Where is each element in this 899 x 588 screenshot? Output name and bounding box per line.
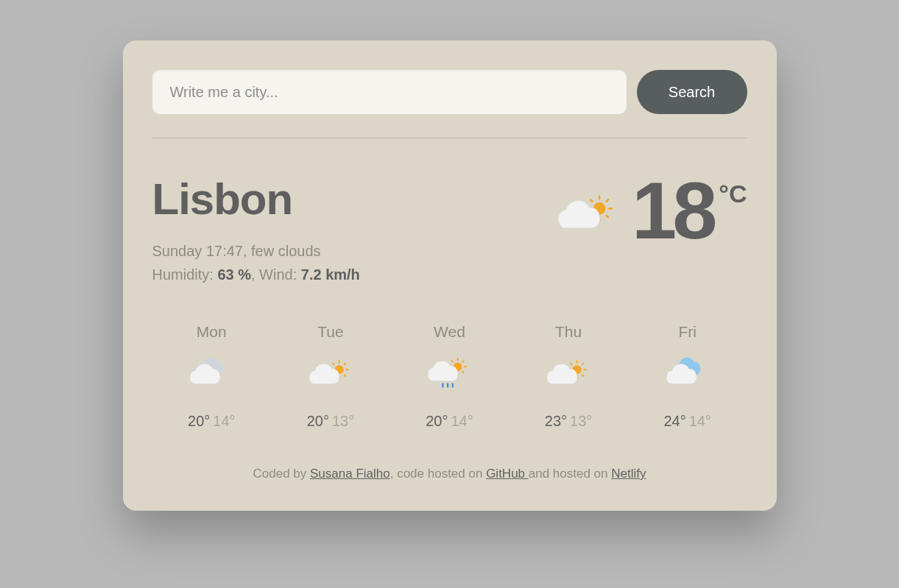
datetime-description: Sunday 17:47, few clouds <box>152 239 558 263</box>
partly-cloudy-icon <box>547 354 590 397</box>
forecast-hi: 20° <box>426 413 448 429</box>
city-search-input[interactable] <box>152 70 627 114</box>
partly-cloudy-icon <box>309 354 352 397</box>
current-right: 18 °C <box>558 174 747 247</box>
forecast-row: Mon 20°14° Tue 20°13° Wed 20°14° Thu 23°… <box>152 323 747 430</box>
cloudy-icon <box>190 354 233 397</box>
footer-text: Coded by <box>253 467 311 481</box>
forecast-day-name: Wed <box>390 323 510 341</box>
footer: Coded by Susana Fialho, code hosted on G… <box>152 467 747 481</box>
current-weather-icon <box>558 187 617 246</box>
cloudy-blue-icon <box>666 354 709 397</box>
humidity-value: 63 % <box>217 266 251 283</box>
forecast-lo: 14° <box>451 413 473 429</box>
footer-text: and hosted on <box>529 467 611 481</box>
forecast-day-name: Tue <box>271 323 390 341</box>
forecast-day-name: Thu <box>509 323 628 341</box>
forecast-hi: 24° <box>663 413 685 429</box>
forecast-lo: 14° <box>689 413 711 429</box>
current-temperature: 18 <box>632 174 713 247</box>
forecast-lo: 13° <box>332 413 354 429</box>
forecast-day: Fri 24°14° <box>628 323 747 430</box>
city-name: Lisbon <box>152 174 558 224</box>
forecast-day: Tue 20°13° <box>271 323 390 430</box>
github-link[interactable]: GitHub <box>486 467 529 481</box>
forecast-temps: 23°13° <box>509 413 628 430</box>
temperature-unit: °C <box>719 180 747 208</box>
forecast-day: Mon 20°14° <box>152 323 272 430</box>
rain-sun-icon <box>428 354 470 397</box>
current-left: Lisbon Sunday 17:47, few clouds Humidity… <box>152 174 558 286</box>
author-link[interactable]: Susana Fialho <box>310 467 390 481</box>
search-button[interactable]: Search <box>637 70 747 114</box>
search-row: Search <box>152 70 747 138</box>
current-weather: Lisbon Sunday 17:47, few clouds Humidity… <box>152 174 747 286</box>
weather-card: Search Lisbon Sunday 17:47, few clouds H… <box>123 40 777 511</box>
forecast-lo: 13° <box>570 413 592 429</box>
forecast-temps: 20°14° <box>390 413 510 430</box>
forecast-day-name: Mon <box>152 323 272 341</box>
temperature-wrap: 18 °C <box>632 174 747 247</box>
forecast-hi: 20° <box>307 413 329 429</box>
humidity-label: Humidity: <box>152 266 218 283</box>
forecast-lo: 14° <box>213 413 235 429</box>
forecast-hi: 20° <box>188 413 210 429</box>
forecast-day: Thu 23°13° <box>509 323 628 430</box>
forecast-day-name: Fri <box>628 323 747 341</box>
forecast-temps: 20°13° <box>271 413 390 430</box>
forecast-hi: 23° <box>545 413 567 429</box>
wind-sep: , Wind: <box>251 266 301 283</box>
wind-value: 7.2 km/h <box>301 266 360 283</box>
forecast-day: Wed 20°14° <box>390 323 510 430</box>
forecast-temps: 20°14° <box>152 413 272 430</box>
humidity-wind: Humidity: 63 %, Wind: 7.2 km/h <box>152 263 558 286</box>
netlify-link[interactable]: Netlify <box>611 467 646 481</box>
forecast-temps: 24°14° <box>628 413 747 430</box>
footer-text: , code hosted on <box>390 467 486 481</box>
